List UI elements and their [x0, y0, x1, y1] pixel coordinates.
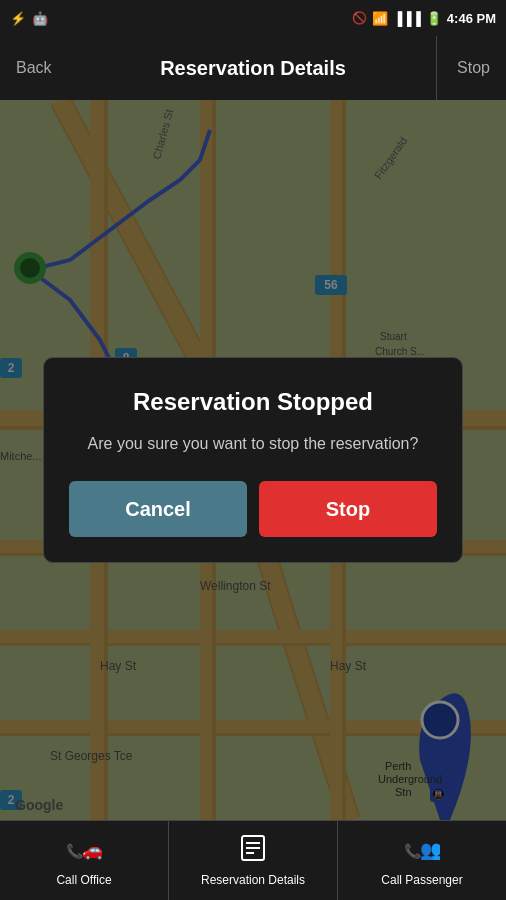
android-icon: 🤖: [32, 11, 48, 26]
call-office-label: Call Office: [56, 873, 111, 887]
reservation-details-icon: [238, 834, 268, 868]
wifi-icon: 📶: [372, 11, 388, 26]
bottom-nav-call-passenger[interactable]: 📞 👥 Call Passenger: [337, 821, 506, 900]
stop-confirm-button[interactable]: Stop: [259, 481, 437, 537]
svg-text:🚗: 🚗: [82, 839, 102, 861]
svg-text:👥: 👥: [420, 839, 440, 861]
call-passenger-icon: 📞 👥: [404, 834, 440, 868]
no-sim-icon: 🚫: [352, 11, 367, 25]
status-icons-left: ⚡ 🤖: [10, 11, 48, 26]
reservation-details-label: Reservation Details: [201, 873, 305, 887]
bottom-nav-bar: 📞 🚗 Call Office Reservation Details 📞 👥 …: [0, 820, 506, 900]
call-office-icon: 📞 🚗: [66, 834, 102, 868]
dialog-title: Reservation Stopped: [69, 388, 437, 416]
time-display: 4:46 PM: [447, 11, 496, 26]
dialog-overlay: Reservation Stopped Are you sure you wan…: [0, 100, 506, 820]
bottom-nav-reservation-details[interactable]: Reservation Details: [168, 821, 337, 900]
dialog-message: Are you sure you want to stop the reserv…: [69, 432, 437, 456]
confirmation-dialog: Reservation Stopped Are you sure you wan…: [43, 357, 463, 563]
stop-nav-button[interactable]: Stop: [436, 36, 506, 100]
top-nav-bar: Back Reservation Details Stop: [0, 36, 506, 100]
call-passenger-label: Call Passenger: [381, 873, 462, 887]
cancel-button[interactable]: Cancel: [69, 481, 247, 537]
bottom-nav-call-office[interactable]: 📞 🚗 Call Office: [0, 821, 168, 900]
status-icons-right: 🚫 📶 ▐▐▐ 🔋 4:46 PM: [352, 11, 496, 26]
back-button[interactable]: Back: [0, 36, 70, 100]
battery-icon: 🔋: [426, 11, 442, 26]
status-bar: ⚡ 🤖 🚫 📶 ▐▐▐ 🔋 4:46 PM: [0, 0, 506, 36]
dialog-buttons: Cancel Stop: [69, 481, 437, 537]
signal-icon: ▐▐▐: [393, 11, 421, 26]
page-title: Reservation Details: [70, 57, 436, 80]
usb-icon: ⚡: [10, 11, 26, 26]
